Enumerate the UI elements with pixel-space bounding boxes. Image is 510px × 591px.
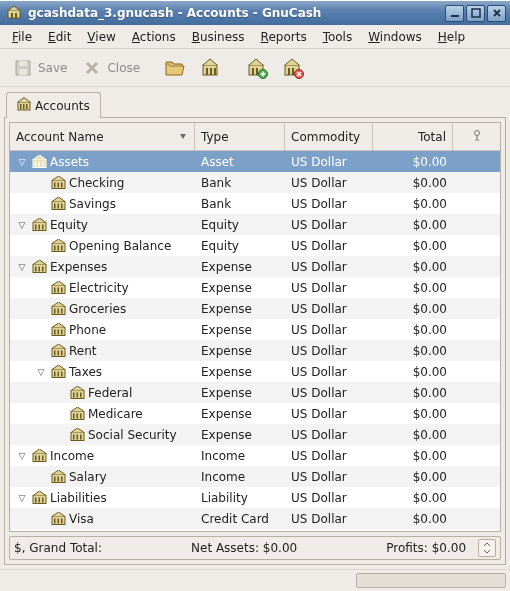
minimize-button[interactable] (445, 5, 464, 22)
account-row[interactable]: CheckingBankUS Dollar$0.00 (10, 172, 500, 193)
account-total: $0.00 (373, 323, 453, 337)
delete-account-button[interactable] (276, 53, 310, 83)
svg-rect-58 (54, 330, 56, 335)
toolbar: Save Close (0, 49, 510, 87)
svg-rect-80 (80, 435, 82, 440)
svg-rect-67 (57, 372, 59, 377)
account-total: $0.00 (373, 365, 453, 379)
menu-windows[interactable]: Windows (360, 28, 430, 46)
col-header-type[interactable]: Type (195, 123, 285, 150)
account-name: Liabilities (50, 491, 107, 505)
summary-spin-button[interactable] (478, 539, 496, 557)
svg-rect-91 (38, 498, 40, 503)
open-account-button[interactable] (158, 53, 192, 83)
tab-accounts[interactable]: Accounts (6, 92, 101, 118)
menu-view[interactable]: View (79, 28, 123, 46)
expander-icon[interactable]: ▽ (35, 367, 47, 377)
menu-business[interactable]: Business (184, 28, 253, 46)
svg-rect-70 (73, 393, 75, 398)
account-row[interactable]: ▽AssetsAssetUS Dollar$0.00 (10, 151, 500, 172)
expander-icon[interactable]: ▽ (16, 493, 28, 503)
account-row[interactable]: ElectricityExpenseUS Dollar$0.00 (10, 277, 500, 298)
svg-rect-10 (210, 68, 212, 75)
menu-help[interactable]: Help (430, 28, 473, 46)
account-row[interactable]: ▽TaxesExpenseUS Dollar$0.00 (10, 361, 500, 382)
account-row[interactable]: GroceriesExpenseUS Dollar$0.00 (10, 298, 500, 319)
expander-icon[interactable]: ▽ (16, 157, 28, 167)
menu-edit[interactable]: Edit (40, 28, 79, 46)
account-type: Expense (195, 386, 285, 400)
menu-actions[interactable]: Actions (124, 28, 184, 46)
account-name: Salary (69, 470, 107, 484)
col-header-total[interactable]: Total (373, 123, 453, 150)
account-row[interactable]: ▽ExpensesExpenseUS Dollar$0.00 (10, 256, 500, 277)
account-row[interactable]: SavingsBankUS Dollar$0.00 (10, 193, 500, 214)
account-icon (50, 365, 66, 379)
account-total: $0.00 (373, 470, 453, 484)
account-commodity: US Dollar (285, 365, 373, 379)
menu-file[interactable]: File (4, 28, 40, 46)
account-total: $0.00 (373, 260, 453, 274)
edit-account-button[interactable] (194, 53, 228, 83)
account-row[interactable]: MedicareExpenseUS Dollar$0.00 (10, 403, 500, 424)
account-commodity: US Dollar (285, 344, 373, 358)
maximize-button[interactable] (466, 5, 485, 22)
svg-rect-86 (54, 477, 56, 482)
account-type: Expense (195, 323, 285, 337)
window-title: gcashdata_3.gnucash - Accounts - GnuCash (28, 6, 443, 20)
expander-icon[interactable]: ▽ (16, 220, 28, 230)
menu-reports[interactable]: Reports (253, 28, 315, 46)
svg-rect-60 (61, 330, 63, 335)
account-name: Expenses (50, 260, 107, 274)
svg-rect-2 (15, 13, 17, 18)
account-commodity: US Dollar (285, 512, 373, 526)
svg-rect-48 (42, 267, 44, 272)
account-row[interactable]: ▽EquityEquityUS Dollar$0.00 (10, 214, 500, 235)
account-row[interactable]: RentExpenseUS Dollar$0.00 (10, 340, 500, 361)
titlebar[interactable]: gcashdata_3.gnucash - Accounts - GnuCash (0, 1, 510, 25)
account-total: $0.00 (373, 218, 453, 232)
account-icon (50, 470, 66, 484)
account-row[interactable]: PhoneExpenseUS Dollar$0.00 (10, 319, 500, 340)
expander-icon[interactable]: ▽ (16, 451, 28, 461)
account-commodity: US Dollar (285, 218, 373, 232)
close-button[interactable] (487, 5, 506, 22)
svg-rect-40 (42, 225, 44, 230)
account-row[interactable]: VisaCredit CardUS Dollar$0.00 (10, 508, 500, 529)
tree-body[interactable]: ▽AssetsAssetUS Dollar$0.00CheckingBankUS… (10, 151, 500, 531)
svg-rect-51 (57, 288, 59, 293)
svg-rect-90 (35, 498, 37, 503)
col-header-menu[interactable] (453, 123, 500, 150)
svg-rect-68 (61, 372, 63, 377)
expander-icon[interactable]: ▽ (16, 262, 28, 272)
account-type: Expense (195, 260, 285, 274)
account-commodity: US Dollar (285, 491, 373, 505)
account-row[interactable]: ▽IncomeIncomeUS Dollar$0.00 (10, 445, 500, 466)
account-type: Equity (195, 239, 285, 253)
svg-rect-82 (35, 456, 37, 461)
new-account-button[interactable] (240, 53, 274, 83)
svg-rect-76 (80, 414, 82, 419)
svg-rect-92 (42, 498, 44, 503)
svg-rect-74 (73, 414, 75, 419)
col-header-commodity[interactable]: Commodity (285, 123, 373, 150)
account-total: $0.00 (373, 302, 453, 316)
svg-rect-62 (54, 351, 56, 356)
account-row[interactable]: ▽LiabilitiesLiabilityUS Dollar$0.00 (10, 487, 500, 508)
svg-rect-9 (206, 68, 208, 75)
svg-rect-59 (57, 330, 59, 335)
svg-rect-96 (61, 519, 63, 524)
col-header-name[interactable]: Account Name (10, 123, 195, 150)
svg-rect-18 (292, 68, 294, 75)
account-row[interactable]: Opening BalanceEquityUS Dollar$0.00 (10, 235, 500, 256)
account-name: Electricity (69, 281, 129, 295)
account-commodity: US Dollar (285, 260, 373, 274)
menu-tools[interactable]: Tools (315, 28, 361, 46)
account-name: Medicare (88, 407, 143, 421)
svg-rect-44 (61, 246, 63, 251)
svg-rect-36 (61, 204, 63, 209)
account-row[interactable]: FederalExpenseUS Dollar$0.00 (10, 382, 500, 403)
account-row[interactable]: SalaryIncomeUS Dollar$0.00 (10, 466, 500, 487)
account-row[interactable]: Social SecurityExpenseUS Dollar$0.00 (10, 424, 500, 445)
account-icon (50, 281, 66, 295)
